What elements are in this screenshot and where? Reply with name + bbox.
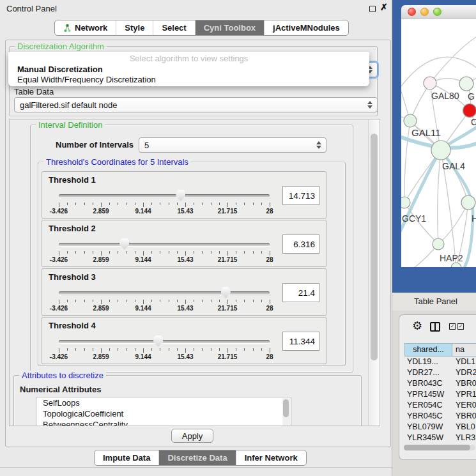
tab-cyni-toolbox[interactable]: Cyni Toolbox xyxy=(195,20,264,35)
slider-thumb[interactable] xyxy=(119,238,129,250)
threshold-slider[interactable] xyxy=(59,190,270,203)
network-node-gal80[interactable] xyxy=(424,77,436,89)
table-header-name[interactable]: na xyxy=(452,344,476,356)
network-node-gal11[interactable] xyxy=(404,114,417,127)
network-node-hap2[interactable] xyxy=(433,238,444,250)
table-row[interactable]: YBL079WYBL0 xyxy=(404,422,476,433)
network-node-gal4[interactable] xyxy=(431,141,450,160)
dropdown-placeholder: Select algorithm to view settings xyxy=(8,54,369,63)
table-cell-shared-name[interactable]: YBR045C xyxy=(404,411,452,422)
table-row[interactable]: YPR145WYPR1 xyxy=(404,389,476,400)
zoom-traffic-light[interactable] xyxy=(433,8,441,16)
tab-infer-network[interactable]: Infer Network xyxy=(236,450,306,465)
split-view-icon[interactable] xyxy=(430,322,440,332)
slider-track[interactable] xyxy=(59,340,270,343)
number-of-intervals-combobox[interactable]: 5 xyxy=(139,137,326,153)
attribute-item[interactable]: BetweennessCentrality xyxy=(36,419,291,426)
table-row[interactable]: YIL052CYIL0 xyxy=(404,443,476,444)
minimize-traffic-light[interactable] xyxy=(420,8,429,16)
apply-button[interactable]: Apply xyxy=(171,429,213,443)
settings-scrollbar-thumb[interactable] xyxy=(371,134,378,360)
float-window-icon[interactable] xyxy=(369,6,376,12)
slider-track[interactable] xyxy=(59,194,270,197)
table-row[interactable]: YER054CYER0 xyxy=(404,400,476,411)
slider-thumb[interactable] xyxy=(221,287,231,298)
network-node-red-selected[interactable] xyxy=(463,104,476,118)
slider-tick xyxy=(67,251,68,254)
threshold-slider[interactable] xyxy=(59,335,270,348)
table-cell-shared-name[interactable]: YDL19... xyxy=(404,357,452,367)
close-traffic-light[interactable] xyxy=(408,8,416,16)
table-cell-shared-name[interactable]: YER054C xyxy=(404,400,452,411)
node-table[interactable]: shared... na YDL19...YDL1YDR27...YDR2YBR… xyxy=(404,343,476,444)
checkbox-icon[interactable]: ✓ xyxy=(457,323,464,330)
numerical-attributes-list[interactable]: SelfLoopsTopologicalCoefficientBetweenne… xyxy=(36,397,291,426)
table-cell-shared-name[interactable]: YIL052C xyxy=(404,443,452,444)
threshold-slider[interactable] xyxy=(59,287,270,300)
table-data-combobox[interactable]: galFiltered.sif default node xyxy=(14,97,378,112)
table-cell-name[interactable]: YDR2 xyxy=(452,367,476,378)
tab-jactivemnodules[interactable]: jActiveMNodules xyxy=(264,20,348,35)
tab-network[interactable]: Network xyxy=(55,20,116,35)
slider-tick xyxy=(118,251,118,254)
table-cell-name[interactable]: YIL0 xyxy=(452,443,476,444)
table-cell-shared-name[interactable]: YBL079W xyxy=(404,422,452,433)
table-cell-shared-name[interactable]: YDR27... xyxy=(404,367,452,378)
table-cell-shared-name[interactable]: YPR145W xyxy=(404,389,452,400)
slider-thumb[interactable] xyxy=(153,335,163,347)
slider-tick xyxy=(59,300,59,304)
tab-discretize-data[interactable]: Discretize Data xyxy=(158,450,235,465)
dropdown-option-manual-discretization[interactable]: Manual Discretization xyxy=(17,65,103,74)
slider-thumb[interactable] xyxy=(176,190,185,201)
table-cell-name[interactable]: YDL1 xyxy=(452,357,476,367)
network-window-titlebar[interactable] xyxy=(401,5,476,19)
slider-tick xyxy=(127,251,127,254)
threshold-value-field[interactable] xyxy=(282,332,319,351)
table-horizontal-scrollbar-thumb[interactable] xyxy=(404,445,470,450)
tab-impute-data[interactable]: Impute Data xyxy=(95,450,158,465)
close-icon[interactable]: ✗ xyxy=(380,2,388,12)
network-canvas[interactable]: GAL80 G C GAL11 GAL4 GCY1 H HAP2 xyxy=(401,19,476,267)
threshold-value-field[interactable] xyxy=(282,283,319,302)
table-cell-shared-name[interactable]: YBR043C xyxy=(404,378,452,389)
table-cell-name[interactable]: YBR0 xyxy=(452,378,476,389)
slider-tick xyxy=(177,251,178,254)
attribute-item[interactable]: SelfLoops xyxy=(36,397,291,408)
network-node-partial[interactable] xyxy=(451,263,461,267)
network-node-g[interactable] xyxy=(459,77,473,91)
table-horizontal-scrollbar[interactable] xyxy=(404,445,475,450)
table-cell-name[interactable]: YER0 xyxy=(452,400,476,411)
node-table-header: shared... na xyxy=(404,343,476,357)
table-header-shared-name[interactable]: shared... xyxy=(405,344,452,356)
table-cell-name[interactable]: YBL0 xyxy=(452,422,476,433)
threshold-slider[interactable] xyxy=(59,238,270,251)
tab-style[interactable]: Style xyxy=(116,20,153,35)
tab-select[interactable]: Select xyxy=(153,20,194,35)
numerical-attributes-label: Numerical Attributes xyxy=(20,385,101,394)
gear-icon[interactable]: ⚙ xyxy=(412,320,422,332)
slider-track[interactable] xyxy=(59,243,270,246)
attributes-scrollbar[interactable] xyxy=(282,398,290,426)
table-cell-name[interactable]: YLR3 xyxy=(452,433,476,443)
table-row[interactable]: YBR045CYBR0 xyxy=(404,411,476,422)
table-row[interactable]: YDR27...YDR2 xyxy=(404,367,476,378)
network-node-h[interactable] xyxy=(461,196,475,210)
threshold-value-field[interactable] xyxy=(282,234,319,254)
table-row[interactable]: YBR043CYBR0 xyxy=(404,378,476,389)
attribute-item[interactable]: TopologicalCoefficient xyxy=(36,408,291,419)
network-node-gcy1[interactable] xyxy=(401,197,410,208)
threshold-panel-1: Threshold 1 -3.4262.8599.14415.4321.7152… xyxy=(42,171,326,219)
threshold-value-field[interactable] xyxy=(282,186,319,205)
checkbox-icon[interactable]: ✓ xyxy=(449,323,456,330)
table-cell-name[interactable]: YPR1 xyxy=(452,389,476,400)
settings-scrollbar[interactable] xyxy=(368,119,380,426)
table-cell-name[interactable]: YBR0 xyxy=(452,411,476,422)
attributes-scrollbar-thumb[interactable] xyxy=(283,399,289,417)
slider-tick-label: 15.43 xyxy=(177,353,193,360)
table-row[interactable]: YDL19...YDL1 xyxy=(404,357,476,367)
dropdown-option-equal-width-frequency[interactable]: Equal Width/Frequency Discretization xyxy=(17,75,156,84)
slider-track[interactable] xyxy=(59,291,270,295)
slider-tick xyxy=(135,300,135,302)
table-row[interactable]: YLR345WYLR3 xyxy=(404,433,476,443)
table-cell-shared-name[interactable]: YLR345W xyxy=(404,433,452,443)
